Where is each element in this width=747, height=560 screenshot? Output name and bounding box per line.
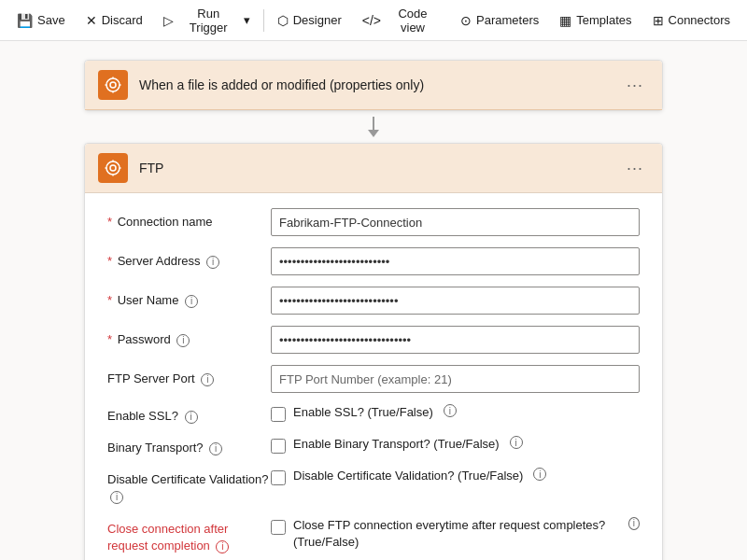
templates-icon: ▦ xyxy=(559,13,571,28)
trigger-title: When a file is added or modified (proper… xyxy=(139,77,621,92)
ftp-icon xyxy=(98,153,128,183)
code-icon: </> xyxy=(362,13,381,28)
user-name-input[interactable] xyxy=(271,287,640,315)
discard-button[interactable]: ✕ Discard xyxy=(77,7,152,34)
ftp-menu-button[interactable]: ··· xyxy=(621,157,649,180)
svg-point-1 xyxy=(110,82,116,88)
enable-ssl-row: Enable SSL? i Enable SSL? (True/False) i xyxy=(107,404,640,425)
arrow-line xyxy=(373,117,374,130)
password-input[interactable] xyxy=(271,326,640,354)
ftp-port-input[interactable] xyxy=(271,365,640,393)
disable-cert-checkbox-info[interactable]: i xyxy=(533,468,546,481)
run-trigger-label: Run Trigger xyxy=(178,7,239,35)
enable-ssl-info-icon[interactable]: i xyxy=(185,411,198,424)
ftp-node-body: * Connection name * Server Address i * U… xyxy=(85,193,662,560)
disable-cert-info-icon[interactable]: i xyxy=(110,491,123,504)
required-star-3: * xyxy=(107,293,112,307)
user-name-info-icon[interactable]: i xyxy=(185,295,198,308)
parameters-label: Parameters xyxy=(476,13,539,27)
connection-name-row: * Connection name xyxy=(107,208,640,236)
toolbar: 💾 Save ✕ Discard ▷ Run Trigger ▾ ⬡ Desig… xyxy=(0,0,747,41)
disable-cert-row: Disable Certificate Validation? i Disabl… xyxy=(107,468,640,505)
save-button[interactable]: 💾 Save xyxy=(7,7,75,34)
binary-transport-row: Binary Transport? i Enable Binary Transp… xyxy=(107,436,640,456)
required-star-4: * xyxy=(107,332,112,346)
close-connection-label: Close connection after request completio… xyxy=(107,517,271,554)
disable-cert-label: Disable Certificate Validation? i xyxy=(107,468,271,505)
discard-label: Discard xyxy=(102,13,143,27)
discard-icon: ✕ xyxy=(86,13,97,28)
ftp-title: FTP xyxy=(139,161,621,175)
server-address-row: * Server Address i xyxy=(107,247,640,275)
designer-button[interactable]: ⬡ Designer xyxy=(268,7,351,34)
binary-transport-label: Binary Transport? i xyxy=(107,436,271,456)
server-address-info-icon[interactable]: i xyxy=(206,256,219,269)
password-label: * Password i xyxy=(107,326,271,348)
close-connection-info-icon[interactable]: i xyxy=(216,540,229,553)
disable-cert-content: Disable Certificate Validation? (True/Fa… xyxy=(271,468,640,485)
canvas: When a file is added or modified (proper… xyxy=(0,41,747,560)
run-icon: ▷ xyxy=(163,13,174,28)
enable-ssl-label: Enable SSL? i xyxy=(107,404,271,425)
server-address-input[interactable] xyxy=(271,247,640,275)
trigger-icon xyxy=(98,70,128,100)
password-info-icon[interactable]: i xyxy=(176,334,190,347)
user-name-label: * User Name i xyxy=(107,287,271,309)
server-address-label: * Server Address i xyxy=(107,247,271,270)
templates-button[interactable]: ▦ Templates xyxy=(550,7,641,34)
ftp-port-row: FTP Server Port i xyxy=(107,365,640,393)
disable-cert-text: Disable Certificate Validation? (True/Fa… xyxy=(293,468,523,484)
close-connection-checkbox-info[interactable]: i xyxy=(628,517,640,530)
code-view-button[interactable]: </> Code view xyxy=(353,1,449,40)
required-star: * xyxy=(107,215,112,229)
separator-1 xyxy=(263,9,264,32)
templates-label: Templates xyxy=(576,13,631,27)
ftp-node-header: FTP ··· xyxy=(85,144,662,193)
save-label: Save xyxy=(37,13,65,27)
binary-transport-text: Enable Binary Transport? (True/False) xyxy=(293,436,500,453)
connection-name-input[interactable] xyxy=(271,208,640,236)
save-icon: 💾 xyxy=(17,13,33,28)
ftp-port-label: FTP Server Port i xyxy=(107,365,271,387)
svg-point-6 xyxy=(106,161,120,175)
parameters-icon: ⊙ xyxy=(460,13,472,28)
connectors-icon: ⊞ xyxy=(653,13,664,28)
arrow-head xyxy=(368,130,379,137)
user-name-row: * User Name i xyxy=(107,287,640,315)
connectors-button[interactable]: ⊞ Connectors xyxy=(643,7,740,34)
run-trigger-button[interactable]: ▷ Run Trigger ▾ xyxy=(154,1,260,40)
ftp-node: FTP ··· * Connection name * Server Addre… xyxy=(84,143,663,560)
code-view-label: Code view xyxy=(386,7,440,35)
trigger-node-header: When a file is added or modified (proper… xyxy=(85,61,662,110)
binary-transport-checkbox[interactable] xyxy=(271,439,286,454)
enable-ssl-checkbox[interactable] xyxy=(271,407,286,422)
close-connection-content: Close FTP connection everytime after req… xyxy=(271,517,640,551)
enable-ssl-checkbox-info[interactable]: i xyxy=(444,404,457,417)
required-star-2: * xyxy=(107,254,112,268)
enable-ssl-content: Enable SSL? (True/False) i xyxy=(271,404,640,422)
disable-cert-checkbox[interactable] xyxy=(271,470,286,485)
password-row: * Password i xyxy=(107,326,640,354)
svg-point-0 xyxy=(106,78,120,91)
connection-name-label: * Connection name xyxy=(107,208,271,231)
arrow-connector xyxy=(368,111,379,143)
close-connection-row: Close connection after request completio… xyxy=(107,517,640,554)
trigger-node: When a file is added or modified (proper… xyxy=(84,60,663,111)
svg-point-7 xyxy=(110,165,116,171)
close-connection-checkbox[interactable] xyxy=(271,520,286,535)
run-dropdown-icon: ▾ xyxy=(244,13,250,27)
binary-transport-info-icon[interactable]: i xyxy=(209,442,222,455)
binary-transport-checkbox-info[interactable]: i xyxy=(510,436,523,449)
close-connection-text: Close FTP connection everytime after req… xyxy=(293,517,618,551)
parameters-button[interactable]: ⊙ Parameters xyxy=(451,7,548,34)
designer-label: Designer xyxy=(293,13,342,27)
ftp-port-info-icon[interactable]: i xyxy=(201,373,214,386)
trigger-menu-button[interactable]: ··· xyxy=(621,74,649,97)
binary-transport-content: Enable Binary Transport? (True/False) i xyxy=(271,436,640,454)
enable-ssl-text: Enable SSL? (True/False) xyxy=(293,404,433,421)
connectors-label: Connectors xyxy=(669,13,730,27)
designer-icon: ⬡ xyxy=(277,13,289,28)
